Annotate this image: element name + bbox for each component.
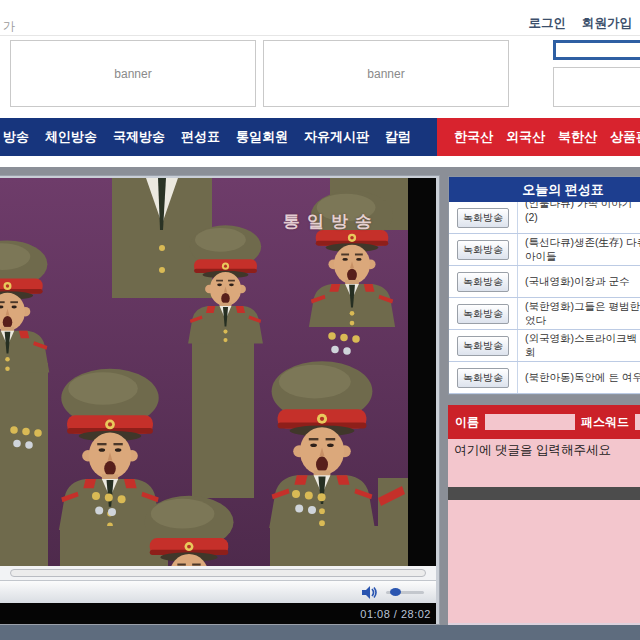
- comment-name-label: 이름: [455, 414, 479, 431]
- recorded-broadcast-button[interactable]: 녹화방송: [457, 304, 509, 324]
- nav-item-board[interactable]: 자유게시판: [304, 128, 369, 146]
- nav-blue-section: 방송 체인방송 국제방송 편성표 통일회원 자유게시판 칼럼: [0, 118, 437, 156]
- main-nav: 방송 체인방송 국제방송 편성표 통일회원 자유게시판 칼럼 한국산 외국산 북…: [0, 118, 640, 156]
- comment-password-input[interactable]: [635, 414, 640, 430]
- recorded-broadcast-button[interactable]: 녹화방송: [457, 208, 509, 228]
- schedule-badge-cell: 녹화방송: [449, 266, 518, 297]
- comment-textarea[interactable]: [448, 439, 640, 487]
- nav-item-nk-goods[interactable]: 북한산: [558, 128, 597, 146]
- volume-icon[interactable]: [362, 586, 377, 599]
- nav-item-shop[interactable]: 상품판매몰: [610, 128, 640, 146]
- schedule-row: 녹화방송 (인물다큐) 가족 이야기 (2): [449, 202, 640, 234]
- account-links: 로그인 회원가입: [529, 15, 633, 32]
- video-frame[interactable]: 통일방송: [0, 178, 436, 566]
- schedule-title: 오늘의 편성표: [449, 177, 640, 202]
- choir-video-illustration: [0, 178, 408, 566]
- schedule-badge-cell: 녹화방송: [449, 298, 518, 329]
- schedule-row: 녹화방송 (국내영화)이장과 군수: [449, 266, 640, 298]
- schedule-program-title[interactable]: (북한아동)독안에 든 여우: [518, 370, 640, 386]
- banner-left[interactable]: banner: [10, 40, 256, 107]
- schedule-row: 녹화방송 (특선다큐)생존(生存) 다큐 아이들: [449, 234, 640, 266]
- schedule-program-title[interactable]: (특선다큐)생존(生存) 다큐 아이들: [518, 235, 640, 264]
- video-player: 통일방송 01:08 / 28:02: [0, 175, 440, 625]
- top-right-panel: [553, 67, 640, 107]
- schedule-row: 녹화방송 (북한아동)독안에 든 여우: [449, 362, 640, 394]
- top-left-text: 가: [3, 18, 15, 35]
- recorded-broadcast-button[interactable]: 녹화방송: [457, 240, 509, 260]
- nav-item-international[interactable]: 국제방송: [113, 128, 165, 146]
- schedule-badge-cell: 녹화방송: [449, 362, 518, 393]
- recorded-broadcast-button[interactable]: 녹화방송: [457, 368, 509, 388]
- signup-link[interactable]: 회원가입: [582, 15, 632, 32]
- recorded-broadcast-button[interactable]: 녹화방송: [457, 272, 509, 292]
- video-info-bar: 01:08 / 28:02: [0, 603, 436, 624]
- comment-box: 이름 패스워드: [448, 405, 640, 625]
- schedule-badge-cell: 녹화방송: [449, 330, 518, 361]
- nav-item-korean-goods[interactable]: 한국산: [454, 128, 493, 146]
- video-controls: [0, 580, 436, 603]
- page: 가 로그인 회원가입 banner banner 방송 체인방송 국제방송 편성…: [0, 0, 640, 640]
- banner-left-label: banner: [114, 67, 151, 81]
- recorded-broadcast-button[interactable]: 녹화방송: [457, 336, 509, 356]
- comment-list-area: [448, 500, 640, 626]
- banner-right-label: banner: [367, 67, 404, 81]
- page-bottom-strip: [0, 625, 640, 640]
- playback-time: 01:08 / 28:02: [360, 608, 431, 620]
- schedule-program-title[interactable]: (국내영화)이장과 군수: [518, 274, 633, 290]
- volume-slider-thumb[interactable]: [390, 588, 401, 596]
- nav-item-schedule[interactable]: 편성표: [181, 128, 220, 146]
- comment-password-label: 패스워드: [581, 414, 629, 431]
- banner-right[interactable]: banner: [263, 40, 509, 107]
- nav-item-column[interactable]: 칼럼: [385, 128, 411, 146]
- nav-red-section: 한국산 외국산 북한산 상품판매몰: [437, 118, 640, 156]
- nav-item-broadcast[interactable]: 방송: [3, 128, 29, 146]
- comment-toolbar: [448, 487, 640, 500]
- broadcaster-watermark: 통일방송: [283, 210, 379, 233]
- nav-item-members[interactable]: 통일회원: [236, 128, 288, 146]
- nav-item-chain-broadcast[interactable]: 체인방송: [45, 128, 97, 146]
- schedule-panel: 오늘의 편성표 녹화방송 (인물다큐) 가족 이야기 (2) 녹화방송 (특선다…: [448, 176, 640, 395]
- schedule-row: 녹화방송 (외국영화)스트라이크백 회: [449, 330, 640, 362]
- schedule-program-title[interactable]: (외국영화)스트라이크백 회: [518, 331, 640, 360]
- schedule-program-title[interactable]: (북한영화)그들은 평범한 었다: [518, 299, 640, 328]
- top-bar: 가 로그인 회원가입: [0, 0, 640, 36]
- comment-name-input[interactable]: [485, 414, 575, 430]
- schedule-badge-cell: 녹화방송: [449, 234, 518, 265]
- login-link[interactable]: 로그인: [529, 15, 567, 32]
- nav-item-foreign-goods[interactable]: 외국산: [506, 128, 545, 146]
- video-progress-bar[interactable]: [10, 569, 426, 577]
- video-progress-strip: [0, 566, 436, 580]
- schedule-program-title[interactable]: (인물다큐) 가족 이야기 (2): [518, 202, 636, 225]
- schedule-row: 녹화방송 (북한영화)그들은 평범한 었다: [449, 298, 640, 330]
- schedule-badge-cell: 녹화방송: [449, 202, 518, 233]
- comment-header: 이름 패스워드: [448, 405, 640, 439]
- volume-slider[interactable]: [386, 591, 424, 594]
- search-input[interactable]: [553, 40, 640, 60]
